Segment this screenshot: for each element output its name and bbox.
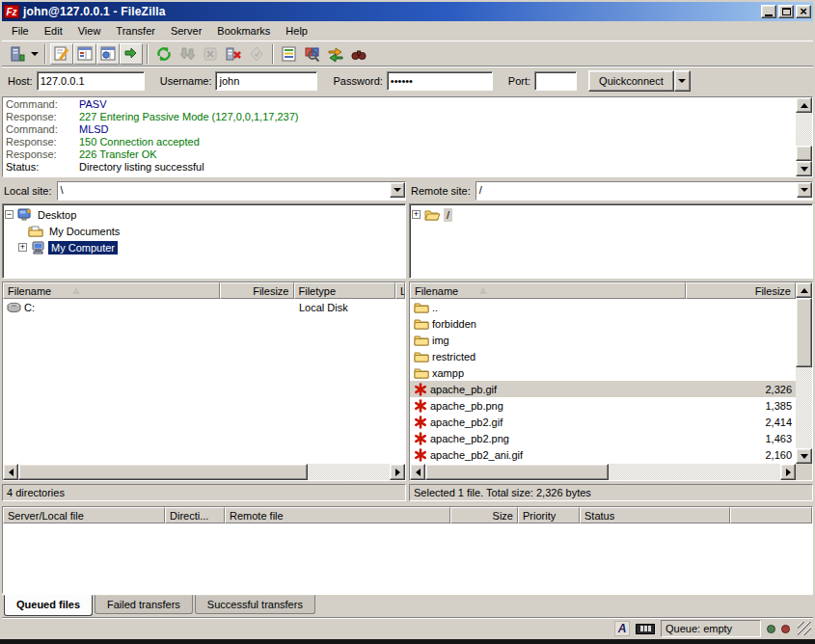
menu-file[interactable]: File [4, 23, 37, 39]
column-header-filesize[interactable]: Filesize [686, 282, 796, 299]
reconnect-button[interactable] [245, 43, 268, 65]
toggle-local-tree-button[interactable] [73, 43, 96, 65]
file-row[interactable]: restricted [410, 348, 796, 364]
toggle-log-button[interactable] [50, 43, 73, 65]
scroll-left-button[interactable] [3, 464, 18, 480]
scroll-thumb[interactable] [796, 146, 812, 161]
desktop-icon [17, 208, 32, 222]
remote-vertical-scrollbar[interactable] [796, 282, 812, 464]
transfer-type-icon[interactable]: A [614, 621, 630, 636]
arrow-down-icon [801, 167, 808, 172]
remote-list-header: Filename Filesize [410, 282, 796, 299]
cancel-icon [202, 45, 219, 63]
password-input[interactable] [387, 71, 493, 91]
reconnect-icon [248, 45, 265, 63]
filter-button[interactable] [278, 43, 301, 65]
tree-item-desktop[interactable]: − Desktop [5, 206, 403, 223]
scroll-down-button[interactable] [796, 448, 812, 464]
column-header-server-local-file[interactable]: Server/Local file [3, 507, 165, 523]
site-manager-dropdown-button[interactable] [29, 43, 41, 65]
quickconnect-dropdown-button[interactable] [674, 70, 691, 92]
cancel-button[interactable] [199, 43, 222, 65]
drive-icon [7, 302, 21, 313]
scroll-up-button[interactable] [796, 282, 812, 298]
expand-icon[interactable]: + [18, 243, 27, 252]
disconnect-button[interactable] [222, 43, 245, 65]
local-horizontal-scrollbar[interactable] [3, 464, 405, 480]
quickconnect-button[interactable]: Quickconnect [588, 70, 674, 92]
tree-item-my-documents[interactable]: My Documents [5, 223, 403, 239]
menu-bookmarks[interactable]: Bookmarks [209, 23, 278, 39]
toggle-remote-tree-button[interactable] [96, 43, 120, 65]
expand-icon[interactable]: + [412, 210, 421, 219]
compare-button[interactable] [301, 43, 324, 65]
resize-grip[interactable] [798, 622, 811, 635]
file-row[interactable]: apache_pb2_ani.gif 2,160 [410, 446, 796, 463]
remote-site-dropdown-button[interactable] [797, 182, 812, 198]
minimize-button[interactable] [761, 5, 776, 18]
column-header-filename[interactable]: Filename [410, 282, 686, 299]
queue-body [3, 523, 812, 593]
file-row[interactable]: .. [410, 299, 796, 315]
close-button[interactable]: × [796, 5, 811, 18]
file-row-selected[interactable]: apache_pb.gif 2,326 [410, 381, 796, 397]
folder-icon [414, 317, 429, 330]
file-row[interactable]: xampp [410, 364, 796, 381]
menu-edit[interactable]: Edit [37, 23, 70, 39]
scroll-thumb[interactable] [796, 298, 812, 367]
column-header-priority[interactable]: Priority [518, 507, 580, 523]
collapse-icon[interactable]: − [5, 210, 14, 219]
speed-limits-icon[interactable] [636, 624, 655, 634]
column-header-direction[interactable]: Directi... [165, 507, 225, 523]
file-row-c-drive[interactable]: C: Local Disk [3, 299, 405, 315]
file-row[interactable]: forbidden [410, 315, 796, 332]
sync-browse-button[interactable] [324, 43, 347, 65]
scroll-right-button[interactable] [390, 464, 405, 480]
quickconnect-bar: Host: Username: Password: Port: Quickcon… [2, 66, 813, 94]
remote-site-combo[interactable]: / [475, 181, 813, 201]
tree-item-my-computer[interactable]: + My Computer [5, 239, 403, 255]
menu-view[interactable]: View [70, 23, 109, 39]
port-input[interactable] [534, 71, 577, 91]
refresh-button[interactable] [152, 43, 176, 65]
scroll-down-button[interactable] [796, 161, 812, 176]
scroll-thumb[interactable] [18, 464, 308, 480]
column-header-size[interactable]: Size [450, 507, 518, 523]
column-header-last-modified[interactable]: L [395, 282, 405, 299]
process-queue-button[interactable] [176, 43, 199, 65]
maximize-button[interactable] [778, 5, 794, 18]
file-row[interactable]: apache_pb2.gif 2,414 [410, 414, 796, 430]
file-row[interactable]: img [410, 332, 796, 348]
site-manager-button[interactable] [6, 43, 29, 65]
remote-horizontal-scrollbar[interactable] [410, 464, 796, 480]
toolbar-separator [44, 44, 46, 64]
column-header-filesize[interactable]: Filesize [220, 282, 294, 299]
column-header-status[interactable]: Status [580, 507, 730, 523]
toggle-queue-button[interactable] [120, 43, 143, 65]
menu-transfer[interactable]: Transfer [108, 23, 163, 39]
log-scrollbar[interactable] [796, 97, 812, 176]
filter-icon [281, 45, 298, 63]
tree-item-root[interactable]: + / [412, 206, 810, 223]
file-row[interactable]: apache_pb2.png 1,463 [410, 430, 796, 446]
queue-tabs: Queued files Failed transfers Successful… [2, 594, 813, 617]
column-header-filename[interactable]: Filename [3, 282, 220, 299]
column-header-remote-file[interactable]: Remote file [225, 507, 450, 523]
menu-server[interactable]: Server [163, 23, 209, 39]
username-input[interactable] [215, 71, 317, 91]
find-button[interactable] [347, 43, 370, 65]
scroll-right-button[interactable] [780, 464, 796, 480]
column-header-filetype[interactable]: Filetype [294, 282, 396, 299]
tab-queued-files[interactable]: Queued files [4, 595, 93, 616]
remote-file-list: Filename Filesize .. forbidden [409, 282, 813, 481]
tab-failed-transfers[interactable]: Failed transfers [95, 595, 193, 614]
tab-successful-transfers[interactable]: Successful transfers [195, 595, 315, 614]
local-site-combo[interactable]: \ [57, 181, 406, 201]
file-row[interactable]: apache_pb.png 1,385 [410, 397, 796, 414]
scroll-left-button[interactable] [410, 464, 425, 480]
scroll-thumb[interactable] [425, 464, 609, 480]
local-site-dropdown-button[interactable] [390, 182, 405, 198]
host-input[interactable] [37, 71, 145, 91]
menu-help[interactable]: Help [278, 23, 315, 39]
scroll-up-button[interactable] [796, 97, 812, 113]
